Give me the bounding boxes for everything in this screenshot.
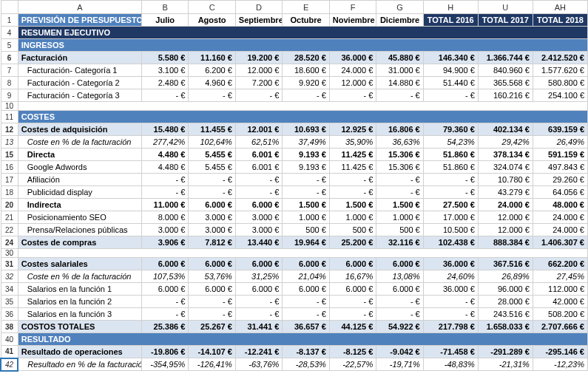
cell[interactable]: 112.000 € [533,283,587,296]
cell[interactable]: 24.000 € [329,64,376,77]
cell[interactable]: 13.440 € [235,236,282,249]
cell[interactable]: 25.386 € [141,321,188,333]
cell[interactable]: 62,51% [235,136,282,149]
cell[interactable]: 107,53% [141,270,188,283]
row-number[interactable]: 31 [1,258,18,270]
cell[interactable]: 639.159 € [533,123,587,136]
cell[interactable]: 6.000 € [376,283,423,296]
cell[interactable]: 64.056 € [533,186,587,199]
cell[interactable]: 12.000 € [329,77,376,89]
cell[interactable]: 500 € [376,224,423,236]
cell[interactable]: - € [141,186,188,199]
col-header[interactable]: G [376,1,423,14]
cell[interactable]: 3.000 € [189,224,235,236]
cell[interactable]: 12.001 € [235,123,282,136]
cell[interactable]: - € [141,89,188,102]
cell[interactable]: - € [376,308,423,321]
row-label[interactable]: Prensa/Relaciones públicas [18,224,141,236]
row-number[interactable]: 6 [1,52,18,64]
cell[interactable]: 54,23% [423,136,478,149]
cell[interactable]: 24.000 € [533,211,587,224]
cell[interactable]: 36.000 € [329,52,376,64]
cell[interactable]: - € [376,89,423,102]
cell[interactable]: 1.500 € [376,199,423,211]
cell[interactable]: 96.000 € [478,283,533,296]
cell[interactable]: - € [235,89,282,102]
month-header[interactable]: Diciembre [376,14,423,27]
cell[interactable]: 10.780 € [478,174,533,186]
row-number[interactable]: 1 [1,14,18,27]
row-number[interactable]: 32 [1,270,18,283]
cell[interactable]: -71.458 € [423,346,478,358]
cell[interactable]: -354,95% [141,358,188,371]
row-label[interactable]: Salarios en la función 1 [18,283,141,296]
cell[interactable]: 6.000 € [189,283,235,296]
cell[interactable]: - € [235,296,282,308]
cell[interactable]: 11.425 € [329,149,376,161]
cell[interactable]: 6.000 € [283,258,329,270]
row-number[interactable]: 16 [1,161,18,174]
cell[interactable]: -48,83% [423,358,478,371]
cell[interactable]: -22,57% [329,358,376,371]
cell[interactable]: 12.000 € [235,64,282,77]
cell[interactable]: 5.455 € [189,161,235,174]
row-number[interactable]: 13 [1,136,18,149]
cell[interactable]: - € [283,296,329,308]
cell[interactable]: 6.001 € [235,149,282,161]
row-label[interactable]: Resultado en % de la facturación [18,358,141,371]
row-label[interactable]: Afiliación [18,174,141,186]
cell[interactable]: 2.707.666 € [533,321,587,333]
cell[interactable]: 25.200 € [329,236,376,249]
cell[interactable]: 13,08% [376,270,423,283]
col-header[interactable]: H [423,1,478,14]
cell[interactable]: 36.000 € [423,258,478,270]
cell[interactable]: 53,76% [189,270,235,283]
cell[interactable]: - € [235,308,282,321]
col-header[interactable]: F [329,1,376,14]
cell[interactable]: -14.107 € [189,346,235,358]
row-number[interactable]: 30 [1,249,18,258]
cell[interactable]: - € [189,174,235,186]
cell[interactable]: 19.964 € [283,236,329,249]
cell[interactable]: 6.000 € [235,258,282,270]
cell[interactable]: 37,49% [283,136,329,149]
row-number[interactable]: 35 [1,296,18,308]
row-label[interactable]: Google Adwords [18,161,141,174]
cell[interactable]: 11.000 € [141,199,188,211]
cell[interactable]: 1.658.033 € [478,321,533,333]
cell[interactable]: 1.500 € [329,199,376,211]
row-label[interactable]: Costes salariales [18,258,141,270]
cell[interactable]: 12.000 € [478,211,533,224]
cell[interactable]: - € [423,174,478,186]
row-number[interactable]: 42 [1,358,18,371]
row-number[interactable]: 9 [1,89,18,102]
spreadsheet[interactable]: A B C D E F G H U AH 1 PREVISIÓN DE PRES… [0,0,588,372]
row-number[interactable]: 5 [1,39,18,52]
cell[interactable]: 15.306 € [376,161,423,174]
cell[interactable]: 6.000 € [189,199,235,211]
section-label[interactable]: RESUMEN EJECUTIVO [18,27,587,39]
cell[interactable]: 324.074 € [478,161,533,174]
cell[interactable]: 508.200 € [533,308,587,321]
cell[interactable]: 3.100 € [141,64,188,77]
month-header[interactable]: Agosto [189,14,235,27]
row-label[interactable]: Facturación- Categoría 1 [18,64,141,77]
cell[interactable]: 8.000 € [141,211,188,224]
row-number[interactable]: 17 [1,174,18,186]
cell[interactable]: 102,64% [189,136,235,149]
month-header[interactable]: Noviembre [329,14,376,27]
cell[interactable]: 14.880 € [376,77,423,89]
cell[interactable]: 45.880 € [376,52,423,64]
row-number[interactable]: 7 [1,64,18,77]
cell[interactable]: 29.260 € [533,174,587,186]
row-label[interactable]: Facturación [18,52,141,64]
cell[interactable]: 2.480 € [141,77,188,89]
col-header[interactable]: D [235,1,282,14]
total-header[interactable]: TOTAL 2016 [423,14,478,27]
cell[interactable]: 79.360 € [423,123,478,136]
cell[interactable]: - € [141,174,188,186]
cell[interactable]: 24.000 € [533,224,587,236]
cell[interactable]: - € [283,174,329,186]
cell[interactable]: 6.000 € [283,283,329,296]
sheet-title[interactable]: PREVISIÓN DE PRESUPUESTO [18,14,141,27]
